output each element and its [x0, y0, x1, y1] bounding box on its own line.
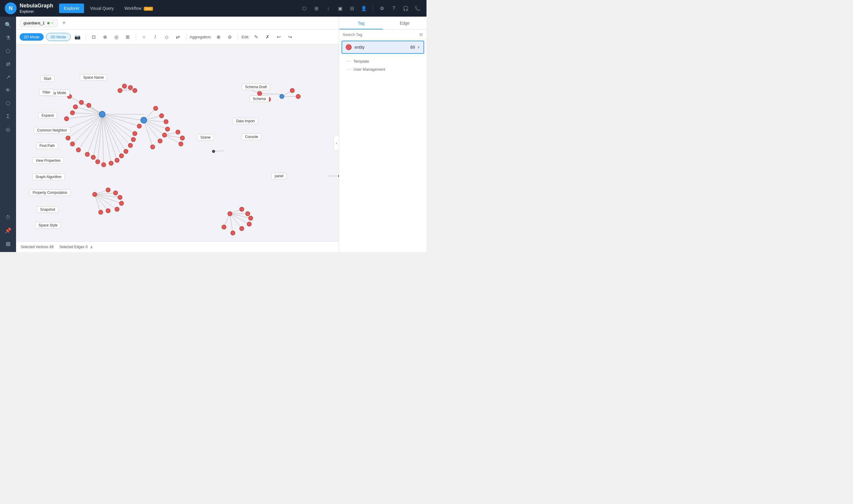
node-9[interactable]	[70, 142, 75, 146]
node-4[interactable]	[86, 103, 91, 108]
node-32[interactable]	[178, 142, 183, 146]
sidebar-clock-icon[interactable]: ⏱	[2, 212, 14, 223]
node-45[interactable]	[119, 201, 124, 206]
sidebar-grid-icon[interactable]: ▦	[2, 238, 14, 250]
node-49[interactable]	[227, 211, 232, 216]
settings-icon[interactable]: ⚙	[378, 4, 386, 13]
mode-2d-button[interactable]: 2D Mode	[20, 33, 43, 41]
redo-btn[interactable]: ↪	[285, 33, 294, 41]
tab-close-button[interactable]: ×	[51, 21, 53, 25]
mode-3d-button[interactable]: 3D Mode	[46, 33, 71, 41]
node-50[interactable]	[239, 207, 244, 212]
node-55[interactable]	[230, 231, 235, 235]
node-17[interactable]	[119, 154, 124, 158]
tab-guardians[interactable]: guardians_1 ×	[20, 19, 57, 27]
node-52[interactable]	[248, 216, 253, 220]
node-48[interactable]	[98, 210, 103, 215]
slash-icon[interactable]: /	[151, 33, 160, 41]
node-33[interactable]	[257, 91, 262, 96]
camera-icon[interactable]: 📷	[73, 33, 82, 41]
node-13[interactable]	[95, 159, 100, 164]
node-25[interactable]	[164, 119, 169, 124]
node-54[interactable]	[239, 226, 244, 231]
chevron-up-icon[interactable]: ∧	[90, 245, 93, 249]
node-56[interactable]	[222, 225, 226, 230]
node-36[interactable]	[296, 94, 300, 99]
node-47[interactable]	[106, 209, 110, 213]
edit-btn-2[interactable]: ✗	[263, 33, 272, 41]
diamond-icon[interactable]: ◇	[162, 33, 171, 41]
node-11[interactable]	[85, 152, 90, 157]
sidebar-cube-icon[interactable]: ⬡	[2, 97, 14, 109]
node-scene[interactable]	[212, 150, 215, 153]
node-8[interactable]	[66, 136, 70, 140]
select-mode-icon[interactable]: ⊕	[101, 33, 109, 41]
node-31[interactable]	[180, 136, 185, 140]
node-30[interactable]	[176, 130, 180, 134]
network-icon[interactable]: ⬡	[300, 4, 309, 13]
undo-btn[interactable]: ↩	[274, 33, 283, 41]
nav-workflow[interactable]: Workflow Beta	[120, 3, 158, 13]
circle-icon[interactable]: ○	[140, 33, 149, 41]
tab-tag[interactable]: Tag	[339, 17, 383, 30]
node-53[interactable]	[247, 222, 251, 227]
node-21[interactable]	[133, 131, 137, 136]
sidebar-alg-icon[interactable]: ◎	[2, 124, 14, 136]
sidebar-search-icon[interactable]: 🔍	[2, 19, 14, 31]
node-38[interactable]	[122, 84, 127, 88]
node-46[interactable]	[115, 207, 119, 212]
node-23[interactable]	[153, 106, 158, 111]
node-10[interactable]	[76, 147, 81, 152]
node-26[interactable]	[165, 127, 170, 131]
node-42[interactable]	[106, 187, 110, 192]
sidebar-share-icon[interactable]: ⇄	[2, 58, 14, 70]
lasso-icon[interactable]: ◎	[112, 33, 121, 41]
node-43[interactable]	[113, 191, 118, 195]
graph-canvas[interactable]: Space Name Display Mode Scene panel Sche…	[16, 44, 339, 241]
frame-icon[interactable]: ⊞	[123, 33, 132, 41]
tab-add-button[interactable]: +	[60, 19, 69, 28]
sub-item-user-management[interactable]: User Management	[344, 65, 422, 73]
node-22[interactable]	[137, 124, 142, 128]
entity-expand-arrow[interactable]: ∨	[417, 45, 420, 49]
node-24[interactable]	[159, 113, 164, 118]
node-12[interactable]	[91, 155, 95, 160]
sidebar-filter-icon[interactable]: ⚗	[2, 32, 14, 44]
node-34[interactable]	[266, 97, 271, 102]
node-7[interactable]	[61, 128, 66, 133]
select-all-icon[interactable]: ⊡	[89, 33, 98, 41]
node-20[interactable]	[131, 137, 136, 142]
node-39[interactable]	[128, 85, 133, 90]
search-tag-input[interactable]	[343, 32, 417, 37]
help-icon[interactable]: ?	[390, 4, 398, 13]
node-35[interactable]	[290, 88, 295, 93]
node-18[interactable]	[124, 149, 128, 154]
node-6[interactable]	[64, 116, 69, 121]
headphone-icon[interactable]: 🎧	[402, 4, 410, 13]
node-51[interactable]	[245, 211, 250, 216]
node-panel[interactable]	[338, 175, 339, 178]
node-44[interactable]	[118, 195, 122, 200]
window-icon[interactable]: ▣	[336, 4, 344, 13]
node-3[interactable]	[79, 100, 84, 105]
nav-visual-query[interactable]: Visual Query	[85, 3, 119, 13]
sidebar-pin-icon[interactable]: 📌	[2, 225, 14, 237]
node-1[interactable]	[67, 94, 72, 99]
sidebar-eye-icon[interactable]: 👁	[2, 84, 14, 96]
nav-explorer[interactable]: Explorer	[59, 3, 84, 13]
node-41[interactable]	[92, 192, 97, 197]
node-2[interactable]	[73, 105, 78, 109]
user-icon[interactable]: 👤	[360, 4, 368, 13]
entity-row[interactable]: entity 89 ∨	[342, 41, 424, 54]
connect-icon[interactable]: ⇄	[173, 33, 182, 41]
phone-icon[interactable]: 📞	[414, 4, 422, 13]
node-37[interactable]	[118, 88, 122, 93]
node-29[interactable]	[150, 145, 155, 149]
graph-node-blue-right[interactable]	[279, 94, 284, 99]
graph-node-hub-right[interactable]	[140, 117, 147, 124]
node-14[interactable]	[101, 162, 106, 167]
layout-icon[interactable]: ⊟	[348, 4, 356, 13]
sub-item-template[interactable]: Template	[344, 57, 422, 65]
node-28[interactable]	[158, 139, 162, 143]
node-15[interactable]	[109, 161, 114, 166]
